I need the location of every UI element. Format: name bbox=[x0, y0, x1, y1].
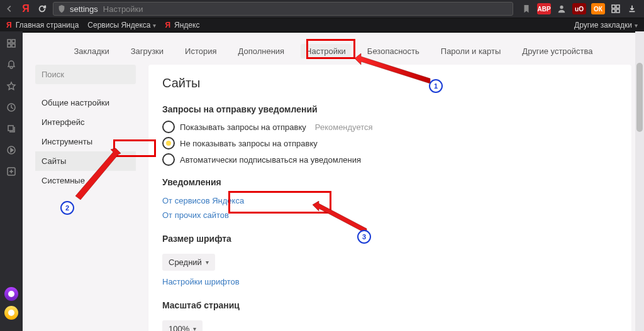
tab-downloads[interactable]: Загрузки bbox=[126, 44, 169, 58]
alice-orb-icon[interactable] bbox=[4, 287, 18, 301]
titlebar: Я settings Настройки ABP uO ОК bbox=[0, 0, 644, 18]
svg-point-0 bbox=[560, 6, 563, 9]
panel-title: Сайты bbox=[162, 76, 618, 90]
link-notif-other[interactable]: От прочих сайтов bbox=[162, 210, 229, 220]
reload-icon[interactable] bbox=[36, 3, 48, 14]
nav-interface[interactable]: Интерфейс bbox=[35, 112, 136, 132]
tab-addons[interactable]: Дополнения bbox=[233, 44, 289, 58]
scrollbar[interactable] bbox=[635, 31, 644, 331]
nav-system[interactable]: Системные bbox=[35, 171, 136, 190]
bookmark-services[interactable]: Сервисы Яндекса▾ bbox=[87, 21, 156, 30]
bookmark-home[interactable]: ЯГлавная страница bbox=[6, 21, 79, 30]
nav-tools[interactable]: Инструменты bbox=[35, 132, 136, 151]
chevron-down-icon: ▾ bbox=[206, 259, 209, 266]
link-notif-yandex[interactable]: От сервисов Яндекса bbox=[162, 196, 244, 205]
tab-bookmarks[interactable]: Закладки bbox=[69, 44, 114, 58]
collections-icon[interactable] bbox=[6, 123, 17, 134]
svg-rect-3 bbox=[612, 9, 615, 13]
nav-general[interactable]: Общие настройки bbox=[35, 93, 136, 112]
bookmarks-bar: ЯГлавная страница Сервисы Яндекса▾ ЯЯнде… bbox=[0, 18, 644, 33]
page-scale-select[interactable]: 100% ▾ bbox=[162, 320, 203, 331]
page-url-title: settings bbox=[70, 4, 98, 14]
svg-rect-6 bbox=[12, 40, 15, 43]
star-icon[interactable] bbox=[6, 80, 17, 92]
bookmark-yandex[interactable]: ЯЯндекс bbox=[165, 21, 199, 30]
tab-devices[interactable]: Другие устройства bbox=[517, 44, 597, 58]
svg-rect-7 bbox=[8, 44, 11, 47]
extension-ublock-icon[interactable]: uO bbox=[572, 3, 586, 14]
radio-icon bbox=[162, 137, 175, 149]
radio-icon bbox=[162, 121, 175, 133]
radio-show-requests[interactable]: Показывать запросы на отправку Рекоменду… bbox=[162, 121, 618, 133]
extension-abp-icon[interactable]: ABP bbox=[537, 3, 551, 14]
icon-sidebar bbox=[0, 31, 23, 331]
radio-hide-requests[interactable]: Не показывать запросы на отправку bbox=[162, 137, 618, 149]
svg-rect-2 bbox=[616, 5, 619, 8]
alice-orb-alt-icon[interactable] bbox=[4, 306, 18, 320]
extension-ok-icon[interactable]: ОК bbox=[591, 3, 605, 14]
tab-passwords[interactable]: Пароли и карты bbox=[436, 44, 506, 58]
address-bar[interactable]: settings Настройки bbox=[53, 2, 513, 16]
bookmark-other[interactable]: Другие закладки▾ bbox=[574, 21, 638, 30]
shield-icon bbox=[57, 4, 66, 13]
radio-icon bbox=[162, 153, 175, 166]
tab-security[interactable]: Безопасность bbox=[362, 44, 425, 58]
svg-rect-10 bbox=[8, 126, 13, 131]
nav-sites[interactable]: Сайты bbox=[35, 151, 136, 171]
radio-auto-subscribe[interactable]: Автоматически подписываться на уведомлен… bbox=[162, 153, 618, 166]
bell-icon[interactable] bbox=[6, 59, 17, 70]
svg-rect-4 bbox=[616, 9, 619, 13]
settings-panel: Сайты Запросы на отправку уведомлений По… bbox=[148, 65, 631, 331]
titlebar-right: ABP uO ОК bbox=[518, 3, 640, 14]
tiles-icon[interactable] bbox=[6, 38, 17, 49]
page-url-subtitle: Настройки bbox=[103, 4, 143, 14]
svg-rect-8 bbox=[12, 44, 15, 47]
bookmark-icon[interactable] bbox=[521, 3, 532, 14]
play-icon[interactable] bbox=[6, 144, 17, 156]
tab-settings[interactable]: Настройки bbox=[301, 44, 351, 58]
extensions-icon[interactable] bbox=[610, 3, 621, 14]
requests-heading: Запросы на отправку уведомлений bbox=[162, 104, 618, 114]
yandex-logo-icon[interactable]: Я bbox=[20, 3, 31, 14]
downloads-icon[interactable] bbox=[626, 3, 638, 14]
link-font-settings[interactable]: Настройки шрифтов bbox=[162, 277, 240, 286]
svg-rect-1 bbox=[612, 5, 615, 8]
tab-history[interactable]: История bbox=[180, 44, 221, 58]
font-size-select[interactable]: Средний ▾ bbox=[162, 254, 215, 271]
settings-leftnav: Поиск Общие настройки Интерфейс Инструме… bbox=[35, 65, 136, 331]
extension-person-icon[interactable] bbox=[556, 3, 567, 14]
chevron-down-icon: ▾ bbox=[193, 325, 196, 331]
font-heading: Размер шрифта bbox=[162, 234, 618, 244]
content-area: Закладки Загрузки История Дополнения Нас… bbox=[23, 31, 644, 331]
back-icon[interactable] bbox=[4, 3, 15, 14]
scale-heading: Масштаб страниц bbox=[162, 300, 618, 310]
add-panel-icon[interactable] bbox=[6, 166, 17, 177]
scrollbar-thumb[interactable] bbox=[636, 63, 643, 132]
settings-tabs: Закладки Загрузки История Дополнения Нас… bbox=[23, 31, 644, 65]
history-icon[interactable] bbox=[6, 102, 17, 113]
svg-rect-5 bbox=[8, 40, 11, 43]
settings-search[interactable]: Поиск bbox=[35, 65, 136, 84]
notifications-heading: Уведомления bbox=[162, 177, 618, 187]
